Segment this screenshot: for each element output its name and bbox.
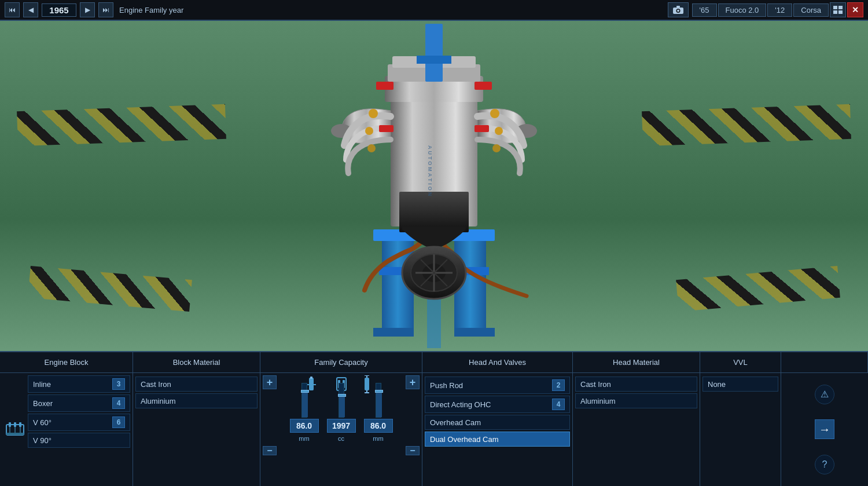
svg-rect-41 xyxy=(417,56,451,64)
engine-block-column: Inline 3 Boxer 4 V 60° 6 V 90° xyxy=(0,373,133,486)
svg-rect-44 xyxy=(14,422,16,427)
engine-block-item-v90[interactable]: V 90° xyxy=(28,433,130,448)
svg-rect-4 xyxy=(833,6,837,9)
topbar-right: '65 Fuoco 2.0 '12 Corsa ✕ xyxy=(692,2,863,17)
svg-rect-3 xyxy=(676,6,680,8)
year-tag[interactable]: '65 xyxy=(692,3,717,17)
engine-family-label: Engine Family year xyxy=(119,6,664,14)
head-material-aluminium[interactable]: Aluminium xyxy=(575,393,697,408)
svg-rect-6 xyxy=(833,10,837,14)
svg-rect-45 xyxy=(19,422,21,427)
svg-point-27 xyxy=(365,127,373,135)
help-button[interactable]: ? xyxy=(815,455,834,474)
svg-point-2 xyxy=(677,10,679,12)
svg-rect-46 xyxy=(6,433,24,435)
column-content: Inline 3 Boxer 4 V 60° 6 V 90° Cast Iro xyxy=(0,373,868,486)
svg-rect-21 xyxy=(376,82,393,90)
stroke-value: 86.0 xyxy=(364,419,393,433)
column-headers: Engine Block Block Material Family Capac… xyxy=(0,352,868,373)
head-valves-pushrod[interactable]: Push Rod 2 xyxy=(425,377,570,394)
prev-prev-button[interactable]: ⏮ xyxy=(5,2,20,17)
engine-block-header: Engine Block xyxy=(0,352,133,372)
stroke-slider[interactable] xyxy=(376,383,381,418)
grid-view-button[interactable] xyxy=(830,2,846,17)
stroke-unit: mm xyxy=(373,435,383,442)
family-capacity-column: + xyxy=(260,373,422,486)
block-material-header: Block Material xyxy=(133,352,260,372)
vvl-none[interactable]: None xyxy=(703,377,778,392)
family-capacity-header: Family Capacity xyxy=(260,352,422,372)
variant-tag[interactable]: Corsa xyxy=(793,3,829,17)
head-valves-dohc[interactable]: Dual Overhead Cam xyxy=(425,432,570,447)
svg-rect-22 xyxy=(475,82,492,90)
head-material-column: Cast Iron Aluminium xyxy=(573,373,700,486)
capacity-minus-button-right[interactable]: − xyxy=(406,446,420,455)
displacement-slider[interactable] xyxy=(339,383,344,418)
svg-rect-7 xyxy=(838,10,843,14)
head-valves-overhead-cam[interactable]: Overhead Cam xyxy=(425,415,570,430)
close-button[interactable]: ✕ xyxy=(847,2,863,17)
engine-block-item-v60[interactable]: V 60° 6 xyxy=(28,414,130,431)
svg-rect-43 xyxy=(9,422,11,427)
capacity-plus-button[interactable]: + xyxy=(263,375,277,389)
head-material-cast-iron[interactable]: Cast Iron xyxy=(575,377,697,392)
engine-svg: AUTOMATION xyxy=(284,24,584,348)
svg-point-26 xyxy=(490,109,499,118)
bottom-panel: Engine Block Block Material Family Capac… xyxy=(0,351,868,486)
bore-unit: mm xyxy=(299,435,309,442)
block-material-cast-iron[interactable]: Cast Iron xyxy=(135,377,258,392)
svg-rect-51 xyxy=(310,377,312,379)
svg-text:AUTOMATION: AUTOMATION xyxy=(427,145,433,198)
svg-rect-23 xyxy=(379,125,393,132)
engine-name-tag[interactable]: Fuoco 2.0 xyxy=(718,3,767,17)
next-next-button[interactable]: ⏭ xyxy=(98,2,113,17)
svg-rect-24 xyxy=(475,125,489,132)
svg-rect-40 xyxy=(425,24,443,82)
prev-button[interactable]: ◀ xyxy=(23,2,38,17)
bore-value: 86.0 xyxy=(290,419,319,433)
svg-rect-12 xyxy=(373,328,414,337)
capacity-minus-button-left[interactable]: − xyxy=(263,446,277,455)
head-valves-direct-ohc[interactable]: Direct Acting OHC 4 xyxy=(425,396,570,413)
next-button[interactable]: ▶ xyxy=(80,2,95,17)
year-display: 1965 xyxy=(42,3,76,17)
camera-button[interactable] xyxy=(668,2,689,17)
capacity-plus-button-right[interactable]: + xyxy=(406,375,420,389)
engine-block-item-inline[interactable]: Inline 3 xyxy=(28,375,130,393)
svg-point-29 xyxy=(367,144,376,152)
engine-block-item-boxer[interactable]: Boxer 4 xyxy=(28,394,130,412)
head-valves-column: Push Rod 2 Direct Acting OHC 4 Overhead … xyxy=(422,373,573,486)
block-material-aluminium[interactable]: Aluminium xyxy=(135,393,258,408)
next-arrow-button[interactable]: → xyxy=(815,419,834,439)
svg-rect-5 xyxy=(838,6,843,9)
vvl-header: VVL xyxy=(700,352,781,372)
displacement-value: 1997 xyxy=(327,419,356,433)
right-icons-header xyxy=(781,352,868,372)
engine-block-icon xyxy=(2,375,28,484)
topbar: ⏮ ◀ 1965 ▶ ⏭ Engine Family year '65 Fuoc… xyxy=(0,0,868,21)
engine-3d-scene: AUTOMATION xyxy=(0,21,868,351)
svg-point-25 xyxy=(369,109,378,118)
engine-block-list: Inline 3 Boxer 4 V 60° 6 V 90° xyxy=(28,375,130,484)
block-material-column: Cast Iron Aluminium xyxy=(133,373,260,486)
engine-view: AUTOMATION xyxy=(0,21,868,351)
warning-icon-button[interactable]: ⚠ xyxy=(815,385,834,404)
bore-slider[interactable] xyxy=(301,383,307,418)
svg-point-30 xyxy=(492,144,501,152)
right-icons-column: ⚠ → ? xyxy=(781,373,868,486)
vvl-column: None xyxy=(700,373,781,486)
family-capacity-controls: + xyxy=(263,375,420,442)
svg-point-28 xyxy=(495,127,503,135)
head-material-header: Head Material xyxy=(573,352,700,372)
svg-rect-13 xyxy=(454,328,495,337)
year2-tag[interactable]: '12 xyxy=(767,3,792,17)
displacement-unit: cc xyxy=(338,435,344,442)
capacity-sliders: 86.0 mm 1997 cc xyxy=(279,375,403,442)
svg-rect-31 xyxy=(399,192,469,232)
head-valves-header: Head And Valves xyxy=(422,352,573,372)
